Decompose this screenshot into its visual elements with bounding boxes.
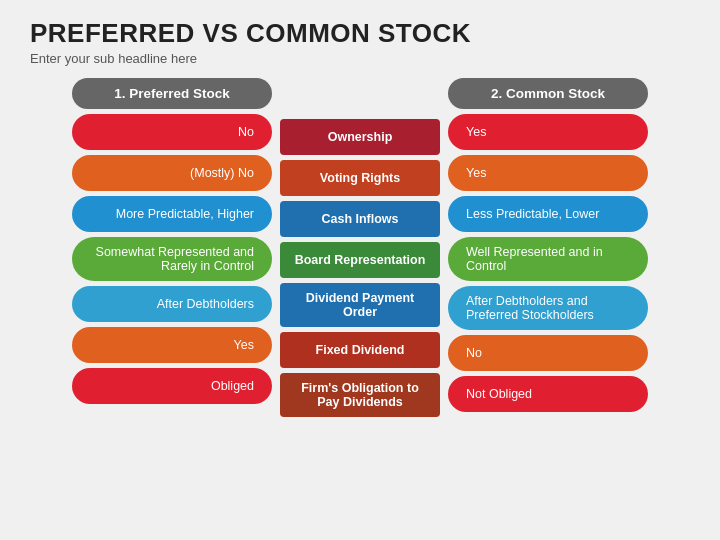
- center-column: X OwnershipVoting RightsCash InflowsBoar…: [280, 78, 440, 417]
- subtitle: Enter your sub headline here: [30, 51, 690, 66]
- center-row-5: Fixed Dividend: [280, 332, 440, 368]
- center-row-1: Voting Rights: [280, 160, 440, 196]
- right-row-2: Less Predictable, Lower: [448, 196, 648, 232]
- right-row-4: After Debtholders and Preferred Stockhol…: [448, 286, 648, 330]
- right-row-6: Not Obliged: [448, 376, 648, 412]
- left-row-1: (Mostly) No: [72, 155, 272, 191]
- center-row-3: Board Representation: [280, 242, 440, 278]
- left-column: 1. Preferred Stock No(Mostly) NoMore Pre…: [72, 78, 272, 404]
- left-row-3: Somewhat Represented and Rarely in Contr…: [72, 237, 272, 281]
- center-row-2: Cash Inflows: [280, 201, 440, 237]
- left-row-5: Yes: [72, 327, 272, 363]
- center-row-6: Firm's Obligation to Pay Dividends: [280, 373, 440, 417]
- right-row-3: Well Represented and in Control: [448, 237, 648, 281]
- right-header: 2. Common Stock: [448, 78, 648, 109]
- left-row-4: After Debtholders: [72, 286, 272, 322]
- right-row-1: Yes: [448, 155, 648, 191]
- right-row-5: No: [448, 335, 648, 371]
- right-column: 2. Common Stock YesYesLess Predictable, …: [448, 78, 648, 412]
- comparison-table: 1. Preferred Stock No(Mostly) NoMore Pre…: [30, 78, 690, 417]
- left-header: 1. Preferred Stock: [72, 78, 272, 109]
- right-row-0: Yes: [448, 114, 648, 150]
- left-row-6: Obliged: [72, 368, 272, 404]
- center-row-0: Ownership: [280, 119, 440, 155]
- left-row-2: More Predictable, Higher: [72, 196, 272, 232]
- title: PREFERRED VS COMMON STOCK: [30, 18, 690, 49]
- left-row-0: No: [72, 114, 272, 150]
- center-row-4: Dividend Payment Order: [280, 283, 440, 327]
- slide: PREFERRED VS COMMON STOCK Enter your sub…: [0, 0, 720, 540]
